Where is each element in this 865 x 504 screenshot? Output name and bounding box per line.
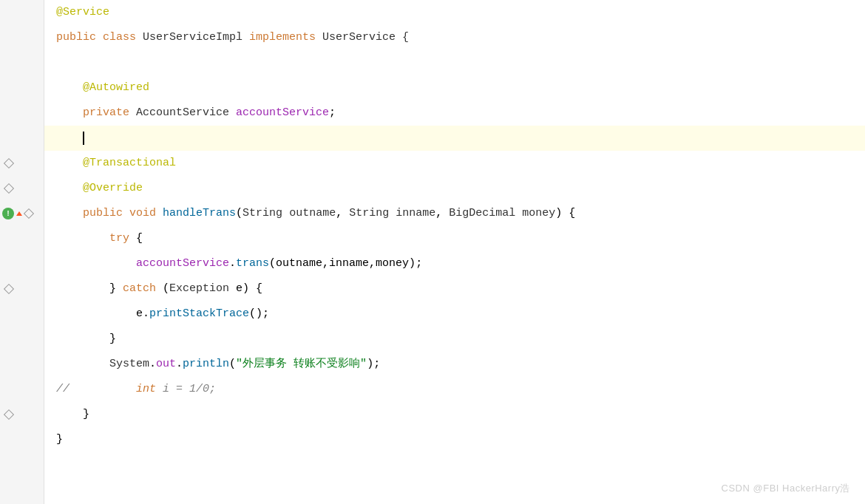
editor-container: ! xyxy=(0,0,865,504)
field-accountservice-11: accountService xyxy=(136,251,229,276)
indent-15 xyxy=(56,352,109,377)
code-line-14: } xyxy=(44,327,865,352)
comment-rest: i = 1/0; xyxy=(156,377,216,402)
paren-close-9: ) { xyxy=(555,201,575,226)
code-line-7: @Transactional xyxy=(44,151,865,176)
space-9b xyxy=(389,201,396,226)
space-9c xyxy=(515,201,522,226)
gutter-line-1 xyxy=(0,0,44,25)
code-line-16: // int i = 1/0; xyxy=(44,377,865,402)
arrow-up-9 xyxy=(16,211,22,216)
badge-9: ! xyxy=(2,208,14,219)
indent-17 xyxy=(56,402,83,427)
breakpoint-diamond-9[interactable] xyxy=(24,208,34,219)
gutter-line-17[interactable] xyxy=(0,402,44,427)
type-string-1: String xyxy=(242,201,282,226)
type-system: System xyxy=(109,352,149,377)
indent-8 xyxy=(56,176,83,201)
paren-12: ( xyxy=(163,276,169,302)
indent-12 xyxy=(56,276,109,302)
method-trans: trans xyxy=(236,251,269,276)
comment-slash: // xyxy=(56,377,69,402)
annotation-autowired: @Autowired xyxy=(83,75,149,101)
brace-14: } xyxy=(109,327,116,352)
gutter-line-7[interactable] xyxy=(0,151,44,176)
brace-17: } xyxy=(83,402,89,427)
code-line-18: } xyxy=(44,427,865,452)
code-line-12: } catch (Exception e) { xyxy=(44,276,865,302)
gutter-line-4 xyxy=(0,75,44,101)
code-line-9: public void handleTrans(String outname, … xyxy=(44,201,865,226)
space-9a xyxy=(282,201,289,226)
code-line-8: @Override xyxy=(44,176,865,201)
gutter: ! xyxy=(0,0,44,504)
gutter-line-6 xyxy=(0,126,44,151)
brace-10: { xyxy=(136,226,143,251)
interface-name: UserService { xyxy=(322,25,409,50)
comma-9a: , xyxy=(336,201,349,226)
string-literal-15: "外层事务 转账不受影响" xyxy=(236,352,367,377)
gutter-line-13 xyxy=(0,302,44,327)
kw-public-2: public xyxy=(56,25,103,50)
gutter-line-15 xyxy=(0,352,44,377)
indent-10 xyxy=(56,226,109,251)
kw-void-9: void xyxy=(129,201,163,226)
dot-15a: . xyxy=(149,352,156,377)
indent-14 xyxy=(56,327,109,352)
gutter-line-2 xyxy=(0,25,44,50)
paren-15: ( xyxy=(229,352,236,377)
field-accountservice: accountService xyxy=(236,101,329,126)
param-outname: outname xyxy=(289,201,336,226)
gutter-line-12[interactable] xyxy=(0,276,44,302)
code-line-4: @Autowired xyxy=(44,75,865,101)
code-content[interactable]: @Service public class UserServiceImpl im… xyxy=(44,0,865,504)
semicolon-5: ; xyxy=(329,101,336,126)
watermark: CSDN @FBI HackerHarry浩 xyxy=(722,482,850,495)
indent-5 xyxy=(56,101,83,126)
code-line-6 xyxy=(44,126,865,151)
breakpoint-diamond-12[interactable] xyxy=(4,284,14,294)
type-bigdecimal: BigDecimal xyxy=(449,201,515,226)
gutter-line-16 xyxy=(0,377,44,402)
kw-public-9: public xyxy=(83,201,129,226)
code-line-10: try { xyxy=(44,226,865,251)
indent-7 xyxy=(56,151,83,176)
dot-15b: . xyxy=(176,352,183,377)
text-cursor xyxy=(83,132,84,145)
e-var: e. xyxy=(136,302,149,327)
indent-9 xyxy=(56,201,83,226)
breakpoint-diamond-17[interactable] xyxy=(4,409,14,420)
method-println: println xyxy=(183,352,229,377)
field-out: out xyxy=(156,352,176,377)
annotation-service: @Service xyxy=(56,0,109,25)
breakpoint-diamond-8[interactable] xyxy=(4,183,14,194)
indent-11 xyxy=(56,251,136,276)
method-handletrans: handleTrans xyxy=(163,201,236,226)
annotation-transactional: @Transactional xyxy=(83,151,176,176)
gutter-line-14 xyxy=(0,327,44,352)
code-line-13: e.printStackTrace(); xyxy=(44,302,865,327)
type-exception: Exception xyxy=(169,276,229,302)
gutter-line-10 xyxy=(0,226,44,251)
gutter-line-18 xyxy=(0,427,44,452)
code-line-11: accountService.trans(outname,inname,mone… xyxy=(44,251,865,276)
indent-13 xyxy=(56,302,136,327)
kw-catch: catch xyxy=(123,276,163,302)
comma-9b: , xyxy=(435,201,449,226)
class-name: UserServiceImpl xyxy=(143,25,249,50)
param-e: e) { xyxy=(229,276,262,302)
param-inname: inname xyxy=(396,201,435,226)
gutter-line-9[interactable]: ! xyxy=(0,201,44,226)
type-string-2: String xyxy=(349,201,389,226)
paren-open-9: ( xyxy=(236,201,242,226)
gutter-line-5 xyxy=(0,101,44,126)
type-accountservice: AccountService xyxy=(136,101,236,126)
call-args-11: (outname,inname,money); xyxy=(269,251,422,276)
kw-int-16: int xyxy=(136,377,156,402)
gutter-line-8[interactable] xyxy=(0,176,44,201)
breakpoint-diamond-7[interactable] xyxy=(4,158,14,168)
kw-class-2: class xyxy=(103,25,143,50)
brace-close-12: } xyxy=(109,276,123,302)
brace-18: } xyxy=(56,427,63,452)
code-line-3 xyxy=(44,50,865,75)
